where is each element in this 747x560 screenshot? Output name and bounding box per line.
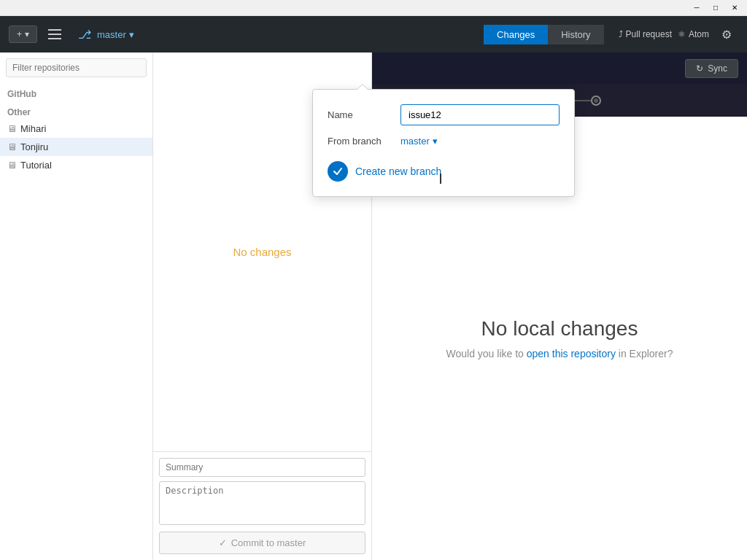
checkmark-icon [333, 166, 343, 176]
pull-request-label: Pull request [626, 29, 672, 39]
branch-name-row: Name [328, 104, 560, 125]
app: + ▾ ⎇ master ▾ Changes History ⤴ Pull re… [0, 16, 747, 560]
filter-repositories-input[interactable] [6, 58, 147, 77]
repo-name-tutorial: Tutorial [20, 160, 52, 171]
commit-area: ✓ Commit to master [153, 451, 371, 560]
add-repository-button[interactable]: + ▾ [9, 26, 37, 43]
branch-dropdown-chevron-icon: ▾ [129, 29, 134, 40]
from-branch-selector[interactable]: master ▾ [400, 136, 438, 147]
no-local-post-text: in Explorer? [616, 348, 673, 359]
no-local-subtitle: Would you like to open this repository i… [446, 348, 673, 359]
title-bar: ─ □ ✕ [0, 0, 747, 16]
sync-label: Sync [708, 63, 727, 74]
create-branch-confirm-button[interactable] [328, 161, 348, 182]
branch-name-input[interactable] [400, 104, 560, 125]
changes-panel: No changes ✓ Commit to master Name From … [153, 52, 372, 560]
repo-name-mihari: Mihari [20, 123, 46, 134]
tab-history[interactable]: History [548, 25, 603, 44]
sync-button[interactable]: ↻ Sync [685, 59, 738, 78]
top-toolbar: + ▾ ⎇ master ▾ Changes History ⤴ Pull re… [0, 16, 747, 52]
tab-group: Changes History [484, 25, 604, 44]
repo-icon-mihari: 🖥 [7, 123, 17, 134]
branch-icon: ⎇ [78, 28, 91, 42]
minimize-button[interactable]: ─ [687, 1, 706, 15]
svg-rect-0 [48, 29, 61, 31]
repo-icon-tutorial: 🖥 [7, 160, 17, 171]
commit-icon: ✓ [219, 537, 227, 548]
repo-icon-tonjiru: 🖥 [7, 141, 17, 152]
close-button[interactable]: ✕ [725, 1, 744, 15]
filter-input-wrap [0, 52, 152, 83]
no-local-pre-text: Would you like to [446, 348, 526, 359]
add-dropdown-icon: ▾ [25, 29, 29, 39]
settings-button[interactable]: ⚙ [715, 23, 738, 46]
description-input[interactable] [159, 481, 365, 525]
branch-creation-dropdown: Name From branch master ▾ [312, 89, 575, 197]
current-branch-label: master [97, 29, 126, 40]
sync-bar: ↻ Sync [372, 52, 747, 85]
commit-dot-empty [591, 96, 601, 106]
tab-changes[interactable]: Changes [484, 25, 548, 44]
from-branch-label: From branch [328, 136, 400, 147]
cursor-indicator [440, 174, 447, 184]
add-icon: + [17, 29, 22, 39]
toolbar-right: ⤴ Pull request ⚛ Atom ⚙ [619, 23, 738, 46]
content-area: GitHub Other 🖥 Mihari 🖥 Tonjiru 🖥 Tutori… [0, 52, 747, 560]
repo-item-tutorial[interactable]: 🖥 Tutorial [0, 156, 152, 174]
commit-label: Commit to master [231, 537, 306, 548]
atom-button[interactable]: ⚛ Atom [678, 29, 709, 39]
commit-to-master-button[interactable]: ✓ Commit to master [159, 532, 365, 554]
summary-input[interactable] [159, 458, 365, 477]
repo-name-tonjiru: Tonjiru [20, 141, 48, 152]
svg-rect-1 [48, 34, 61, 35]
github-section-label: GitHub [0, 83, 152, 101]
create-new-branch-link[interactable]: Create new branch [355, 166, 441, 177]
repo-item-tonjiru[interactable]: 🖥 Tonjiru [0, 138, 152, 156]
sync-icon: ↻ [696, 63, 703, 74]
other-section-label: Other [0, 101, 152, 120]
toggle-sidebar-button[interactable] [43, 23, 66, 46]
repo-item-mihari[interactable]: 🖥 Mihari [0, 120, 152, 138]
sidebar-toggle-icon [48, 29, 61, 39]
from-branch-value: master [400, 136, 430, 147]
sidebar: GitHub Other 🖥 Mihari 🖥 Tonjiru 🖥 Tutori… [0, 52, 153, 560]
settings-gear-icon: ⚙ [721, 28, 732, 42]
atom-label: Atom [689, 29, 709, 39]
from-branch-row: From branch master ▾ [328, 136, 560, 147]
atom-icon: ⚛ [678, 29, 686, 39]
pull-request-button[interactable]: ⤴ Pull request [619, 29, 672, 39]
from-branch-chevron-icon: ▾ [433, 136, 438, 147]
svg-rect-2 [48, 38, 61, 39]
open-repository-link[interactable]: open this repository [527, 348, 616, 359]
no-local-title: No local changes [481, 317, 638, 341]
maximize-button[interactable]: □ [706, 1, 725, 15]
branch-selector-button[interactable]: master ▾ [97, 29, 134, 40]
name-label: Name [328, 109, 400, 120]
pull-request-icon: ⤴ [619, 29, 623, 39]
